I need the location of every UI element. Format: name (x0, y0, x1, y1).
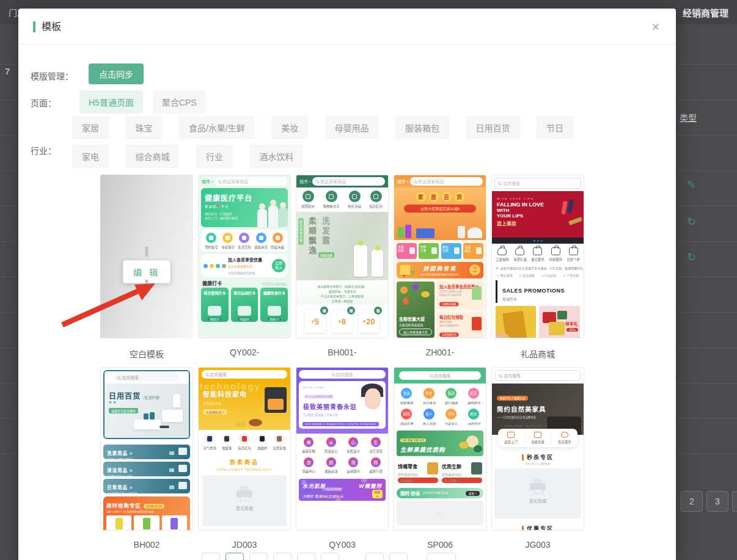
refresh-icon[interactable]: ↻ (687, 250, 696, 264)
search-icon (430, 374, 433, 377)
page-button[interactable] (389, 553, 408, 560)
go-button[interactable]: GO» (372, 490, 383, 498)
search-placeholder: 附近商家商品 (222, 178, 248, 184)
template-modal: 模板 ✕ 模版管理： 点击同步 页面： H5普通页面 聚合CPS 行业： 家居 … (18, 9, 676, 560)
sync-button[interactable]: 点击同步 (89, 64, 144, 84)
category-tile[interactable]: 美妆护肤 (397, 243, 417, 259)
template-thumb-jd003[interactable]: 店内搜索 technology 智能科技家电 生活品质之选 价格随机减少 空气炸… (198, 367, 291, 531)
page-button[interactable]: 3 (706, 491, 728, 512)
drag-handle[interactable] (145, 280, 148, 289)
search-icon (414, 180, 417, 183)
category-tile[interactable]: 家居日用 (441, 243, 461, 259)
page-button[interactable] (321, 553, 339, 560)
coupon[interactable]: ¥8领 (332, 310, 353, 333)
template-thumb-bh001[interactable]: 城市 › 附近商家商品 拼团砍价 购物车分享 积分活动 每日红包 匠芯洗发水营 … (296, 175, 389, 338)
product-card[interactable]: 柠檬洗洁精 (106, 515, 131, 531)
chip-beauty[interactable]: 美妆 (271, 116, 308, 139)
fresh-banner: 生鲜·果蔬·实惠·优质 生鲜果蔬优质购 精选优质生鲜果蔬·鲜嫩多汁 (397, 431, 483, 456)
search-icon (117, 376, 120, 379)
membership-banner: 加入会员享受优惠 会员享受就医折扣 为您的健康保驾护航 立即加入 (201, 254, 288, 277)
daily-goods-banner: 日用百货 /生活升级/ ● ● 温暖生活岁月静好 (105, 384, 189, 438)
coupon[interactable]: ¥20领 (359, 310, 380, 333)
page-button[interactable]: 2 (681, 491, 703, 512)
edit-icon[interactable]: ✎ (687, 178, 696, 192)
group-buy-banner: 拼团购有奖 加入拼团优惠购好物 趣味活动成功拼货 立即参团 (397, 262, 483, 278)
join-group-button[interactable]: 立即参团 (469, 264, 480, 275)
modal-pagination (202, 553, 461, 560)
chip-drinks[interactable]: 酒水饮料 (249, 145, 303, 168)
join-button[interactable]: 立即加入 (272, 259, 285, 272)
category-bar[interactable]: 洗漱用品 >干净畅心的惬性 柔和净心 (103, 445, 190, 459)
chip-appliance[interactable]: 家电 (72, 145, 109, 168)
more-button[interactable]: 更多 > (466, 491, 480, 496)
chip-baby[interactable]: 母婴用品 (325, 116, 379, 139)
page-button[interactable] (365, 553, 384, 560)
chip-jewelry[interactable]: 珠宝 (125, 116, 162, 139)
category-tile[interactable]: 全部商品 (463, 243, 483, 259)
modal-title: 模板 (33, 21, 61, 32)
fresh-zone-button[interactable]: 进入生鲜优惠专区 (399, 329, 432, 335)
template-thumb-gift[interactable]: 店内搜索 WITH YOUR LIPS FALLING IN LOVE WITH… (491, 175, 584, 338)
claim-button[interactable]: 立即购买领取 (439, 302, 459, 306)
checkin-card: 健康饮食打卡健康打卡 (260, 288, 288, 322)
template-thumb-blank[interactable]: 编 辑 (100, 175, 193, 338)
search-icon (316, 180, 319, 183)
coupon[interactable]: ¥5领 (305, 310, 326, 333)
bg-column-header-type[interactable]: 类型 (680, 111, 697, 123)
page-button[interactable] (202, 553, 220, 560)
chip-industry[interactable]: 行业 (196, 145, 233, 168)
chip-festival[interactable]: 节日 (537, 116, 573, 139)
city-selector: 城市 › (202, 178, 213, 184)
chip-apparel[interactable]: 服装箱包 (395, 116, 449, 139)
appliance-banner: technology 智能科技家电 生活品质之选 价格随机减少 (199, 379, 290, 430)
go-button[interactable]: GO» (566, 328, 578, 332)
zh001-banner: 家居百货 全球大优惠最高满19减8 (394, 187, 486, 240)
page-button-active[interactable] (226, 553, 244, 560)
fresh-promo[interactable]: 优质生鲜超值满减5元起 马上抢购 > (442, 460, 482, 484)
drag-handle[interactable] (145, 247, 148, 256)
page-button[interactable] (249, 553, 268, 560)
page-label: 页面： (31, 96, 56, 109)
gift-set-image: 伴手礼 GO» (539, 306, 580, 338)
next-page-button[interactable] (427, 553, 456, 560)
lips-banner: WITH YOUR LIPS FALLING IN LOVE WITH YOUR… (492, 191, 584, 244)
category-bar[interactable]: 日常用品 >小小温暖的东西 大大的用处 (103, 479, 190, 493)
nav-item-distributor[interactable]: 经销商管理 (683, 6, 728, 19)
search-icon (499, 374, 502, 377)
template-thumb-sp006[interactable]: 店内搜索 果蔬新鲜果蔬 零食休闲零食 医药医疗健康 鲜花蛋糕鲜花 拼团拼团实惠 … (394, 367, 486, 531)
snack-promo[interactable]: 馋嘴零食即日满减3元起 立即抢购 > (398, 460, 438, 484)
product-card[interactable]: 竹浆本色抽纸 (134, 515, 159, 531)
template-label: SP006 (427, 540, 453, 552)
close-icon[interactable]: ✕ (651, 21, 660, 34)
section-title: 优惠专区 (522, 526, 554, 531)
promo-banner: 水光肌肤W微整形 一站式专业管理 大酬价 每满300立减30元 GO» (299, 479, 386, 501)
category-bar[interactable]: 清洁用品 >干净整洁的家 养心怡神 (103, 462, 190, 476)
page-button[interactable] (273, 553, 292, 560)
template-thumb-bh002[interactable]: 店内搜索 日用百货 /生活升级/ ● ● 温暖生活岁月静好 (100, 367, 193, 531)
checkin-card: 每日运动打卡早起锻炼 (231, 288, 258, 322)
chip-food[interactable]: 食品/水果/生鲜 (179, 116, 255, 139)
chip-mall[interactable]: 综合商城 (125, 145, 179, 168)
page-button[interactable] (297, 553, 315, 560)
empty-state: 暂无数据 (494, 468, 581, 518)
chip-daily[interactable]: 日用百货 (466, 116, 520, 139)
template-thumb-zh001[interactable]: 城市 › 附近商家商品 家居百货 全球大优惠最高满19减8 (394, 175, 486, 338)
tab-h5-page[interactable]: H5普通页面 (79, 90, 143, 114)
tab-cps[interactable]: 聚合CPS (153, 90, 206, 114)
page-button[interactable]: 4 (732, 491, 737, 512)
member-card: 加入会员享会员优惠价 会员价立省减30%起 热销会员产品折扣多 立即购买领取 (437, 282, 483, 310)
claim-button[interactable]: 立即领取红包 (439, 332, 459, 336)
fresh-promo: 生鲜优惠大促 水果|海鲜|禽类|蔬菜 进入生鲜优惠专区 (397, 282, 435, 338)
category-tile[interactable]: 生鲜小食 (419, 243, 439, 259)
template-thumb-jg003[interactable]: 店内搜索 材质不凡 × 圆满方式 简约自然美家具 —— 打造优雅舒适自然温馨体验… (491, 367, 584, 531)
refresh-icon[interactable]: ↻ (687, 215, 696, 228)
doctor-figure (257, 209, 267, 227)
woman-face-illustration (360, 384, 383, 414)
template-thumb-qy002[interactable]: 城市 › 附近商家商品 健康医疗平台 健·康·医·疗·平·台 ✚ 预约挂号 · … (198, 175, 291, 338)
template-thumb-qy003[interactable]: 店内搜索 MORE ITEMS 官方认证机构安全保障 极致美丽青春永驻 先进整形… (296, 367, 389, 531)
beauty-banner: MORE ITEMS 官方认证机构安全保障 极致美丽青春永驻 先进整形 焕发魅力… (299, 381, 386, 429)
page-tabs: H5普通页面 聚合CPS (79, 90, 206, 114)
product-card[interactable]: 薰衣草洗衣液 (162, 515, 187, 531)
section-title: SALES PROMOTIONS (502, 288, 565, 294)
chip-home[interactable]: 家居 (72, 116, 109, 139)
